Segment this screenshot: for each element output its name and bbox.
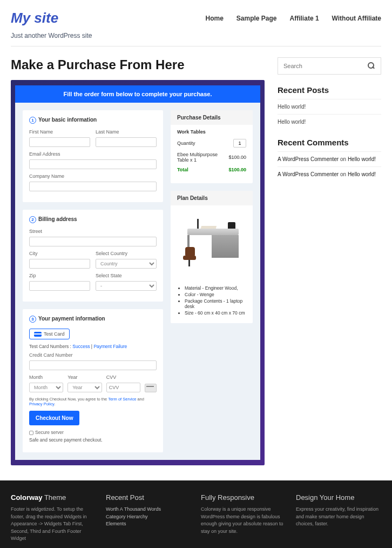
footer-link[interactable]: Elements (106, 520, 191, 528)
recent-post-link[interactable]: Hello world! (278, 114, 381, 129)
plan-bullets: Material - Engineer Wood, Color - Wenge … (177, 285, 246, 316)
commenter-link[interactable]: A WordPress Commenter (278, 156, 339, 162)
order-form: Fill the order form below to complete yo… (11, 80, 265, 465)
plan-heading: Plan Details (171, 191, 253, 205)
year-label: Year (67, 375, 102, 380)
nav-affiliate1[interactable]: Affiliate 1 (290, 15, 319, 22)
order-banner: Fill the order form below to complete yo… (15, 85, 260, 103)
first-name-input[interactable] (29, 137, 90, 147)
footer-link[interactable]: Worth A Thousand Words (106, 506, 191, 513)
nav-sample[interactable]: Sample Page (236, 15, 277, 22)
country-select[interactable]: Country (96, 259, 157, 269)
month-label: Month (29, 375, 63, 380)
billing-card: 2Billing address Street City Select Coun… (23, 210, 163, 302)
bullet-item: Material - Engineer Wood, (185, 285, 246, 291)
footer-col3-text: Colorway is a unique responsive WordPres… (201, 506, 286, 535)
lock-icon (29, 431, 33, 435)
step-3-icon: 3 (29, 316, 36, 323)
site-title[interactable]: My site (11, 10, 58, 26)
commenter-link[interactable]: A WordPress Commenter (278, 171, 339, 177)
tos-link[interactable]: Term of Service (108, 397, 136, 402)
basic-info-card: 1Your basic information First Name Last … (23, 110, 163, 202)
qty-input[interactable] (233, 139, 246, 148)
comment-post-link[interactable]: Hello world! (348, 156, 376, 162)
total-label: Total (177, 167, 188, 172)
cc-input[interactable] (29, 360, 157, 370)
cvv-input[interactable] (106, 383, 140, 392)
privacy-link[interactable]: Privacy Policy (29, 402, 54, 406)
bullet-item: Size - 60 cm x 40 cm x 70 cm (185, 310, 246, 316)
credit-card-icon (34, 332, 42, 337)
test-card-tab[interactable]: Test Card (29, 329, 70, 339)
purchase-heading: Purchase Details (171, 110, 253, 125)
item-name: Ebee Multipurpose Table x 1 (177, 152, 228, 163)
bullet-item: Color - Wenge (185, 292, 246, 297)
city-label: City (29, 251, 90, 256)
site-tagline: Just another WordPress site (0, 32, 392, 46)
footer-col1-heading: Colorway Theme (11, 493, 96, 502)
payment-card: 3Your payment information Test Card Test… (23, 309, 163, 452)
footer-col4-text: Express your creativity, find inspiratio… (296, 506, 381, 528)
plan-details-card: Plan Details Material - Engineer Wood, C… (171, 191, 253, 323)
first-name-label: First Name (29, 129, 90, 135)
recent-comment: A WordPress Commenter on Hello world! (278, 166, 381, 182)
page-title: Make a Purchase From Here (11, 57, 265, 72)
email-input[interactable] (29, 159, 157, 169)
test-card-numbers: Test Card Numbers : Success | Payment Fa… (29, 344, 157, 349)
month-select[interactable]: Month (29, 383, 63, 392)
street-label: Street (29, 229, 157, 234)
cvv-card-icon (145, 384, 157, 392)
safe-text: Safe and secure payment checkout. (29, 437, 157, 443)
zip-label: Zip (29, 273, 90, 278)
total-value: $100.00 (228, 167, 246, 172)
footer-col4-heading: Design Your Home (296, 493, 381, 502)
failure-link[interactable]: Payment Failure (93, 344, 127, 349)
success-link[interactable]: Success (72, 344, 90, 349)
footer-link[interactable]: Category Hierarchy (106, 513, 191, 521)
checkout-button[interactable]: Checkout Now (29, 411, 79, 425)
footer-col2-heading: Recent Post (106, 493, 191, 502)
nav-home[interactable]: Home (206, 15, 224, 22)
cc-label: Credit Card Number (29, 352, 157, 358)
footer-col3-heading: Fully Responsive (201, 493, 286, 502)
email-label: Email Address (29, 151, 157, 157)
product-image (177, 210, 246, 280)
last-name-input[interactable] (96, 137, 157, 147)
year-select[interactable]: Year (67, 383, 102, 392)
purchase-sub: Work Tables (177, 129, 246, 135)
bullet-item: Package Contents - 1 laptop desk (185, 298, 246, 309)
item-price: $100.00 (228, 155, 246, 160)
secure-server: Secure server (29, 430, 157, 435)
purchase-details-card: Purchase Details Work Tables Quantity Eb… (171, 110, 253, 183)
nav-without-affiliate[interactable]: Without Affiliate (332, 15, 381, 22)
state-select[interactable]: - (96, 281, 157, 291)
terms-text: By clicking Checkout Now, you agree to t… (29, 397, 157, 406)
main-nav: Home Sample Page Affiliate 1 Without Aff… (206, 15, 382, 22)
recent-posts-heading: Recent Posts (278, 85, 381, 95)
step-1-icon: 1 (29, 117, 36, 124)
footer-col1-text: Footer is widgetized. To setup the foote… (11, 506, 96, 543)
footer: Colorway ThemeFooter is widgetized. To s… (0, 480, 392, 548)
state-label: Select State (96, 273, 157, 278)
divider (11, 46, 381, 46)
step-2-icon: 2 (29, 216, 36, 223)
last-name-label: Last Name (96, 129, 157, 135)
street-input[interactable] (29, 237, 157, 246)
search-icon[interactable] (368, 62, 375, 70)
recent-comments-heading: Recent Comments (278, 138, 381, 147)
cvv-label: CVV (106, 375, 140, 380)
country-label: Select Country (96, 251, 157, 256)
qty-label: Quantity (177, 141, 195, 146)
comment-post-link[interactable]: Hello world! (348, 171, 376, 177)
search-box[interactable] (278, 57, 381, 75)
search-input[interactable] (283, 63, 368, 69)
company-label: Company Name (29, 173, 157, 179)
company-input[interactable] (29, 182, 157, 191)
recent-comment: A WordPress Commenter on Hello world! (278, 151, 381, 166)
zip-input[interactable] (29, 281, 90, 291)
recent-post-link[interactable]: Hello world! (278, 99, 381, 114)
city-input[interactable] (29, 259, 90, 269)
